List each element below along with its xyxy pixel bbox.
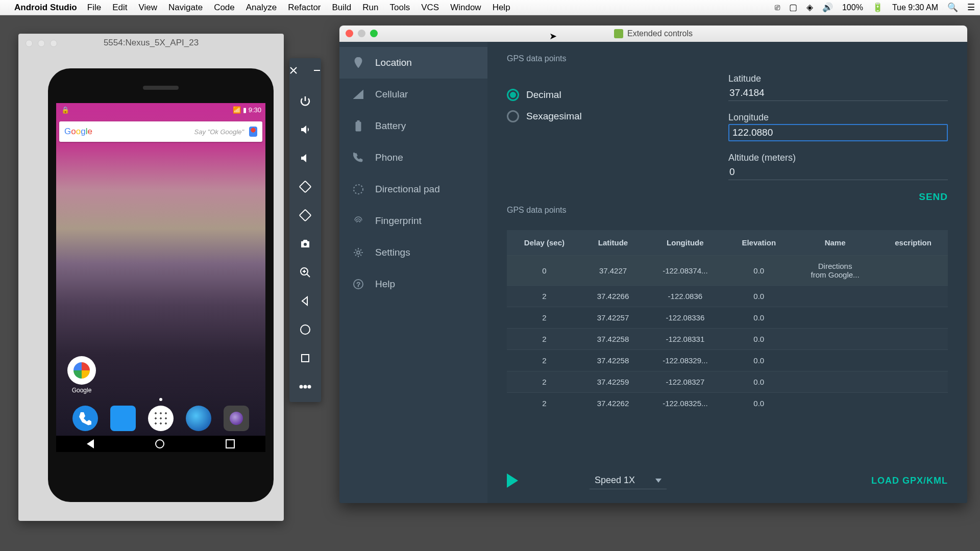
menu-list-icon[interactable]: ☰	[967, 2, 975, 13]
menu-help[interactable]: Help	[493, 3, 510, 13]
table-row[interactable]: 237.42262-122.08325...0.0	[507, 393, 948, 414]
radio-sexagesimal[interactable]: Sexagesimal	[507, 110, 582, 122]
table-row[interactable]: 237.42257-122.083360.0	[507, 307, 948, 329]
col-latitude[interactable]: Latitude	[582, 230, 644, 256]
airplay-icon[interactable]: ▢	[789, 2, 797, 13]
table-cell: -122.08325...	[644, 393, 726, 414]
sidebar-item-cellular[interactable]: Cellular	[339, 79, 487, 110]
menu-run[interactable]: Run	[362, 3, 378, 13]
load-gpx-button[interactable]: LOAD GPX/KML	[871, 475, 948, 486]
sidebar-item-settings[interactable]: Settings	[339, 237, 487, 268]
col-elevation[interactable]: Elevation	[726, 230, 792, 256]
power-icon[interactable]	[298, 94, 312, 108]
table-row[interactable]: 237.42259-122.083270.0	[507, 371, 948, 393]
table-cell	[878, 256, 948, 286]
table-row[interactable]: 237.42258-122.08329...0.0	[507, 350, 948, 371]
location-pin-icon	[353, 57, 364, 68]
menu-edit[interactable]: Edit	[112, 3, 127, 13]
send-button[interactable]: SEND	[919, 191, 948, 203]
menu-view[interactable]: View	[138, 3, 157, 13]
table-cell	[792, 350, 878, 371]
altitude-input[interactable]	[728, 164, 948, 180]
longitude-label: Longitude	[728, 112, 948, 123]
screencast-icon[interactable]: ⎚	[775, 3, 780, 13]
radio-icon	[507, 110, 519, 122]
nav-back-icon[interactable]	[87, 439, 94, 448]
zoom-icon[interactable]	[298, 265, 312, 280]
volume-icon[interactable]: 🔊	[822, 2, 833, 13]
cellular-icon	[353, 89, 364, 100]
table-cell: 0.0	[726, 286, 792, 307]
app-name[interactable]: Android Studio	[14, 3, 77, 13]
menu-vcs[interactable]: VCS	[421, 3, 439, 13]
col-delay[interactable]: Delay (sec)	[507, 230, 582, 256]
table-cell: 0.0	[726, 329, 792, 350]
window-traffic-lights[interactable]	[346, 30, 378, 37]
table-cell: 0.0	[726, 393, 792, 414]
menu-refactor[interactable]: Refactor	[288, 3, 321, 13]
col-description[interactable]: escription	[878, 230, 948, 256]
phone-app-icon[interactable]	[72, 406, 98, 431]
menu-file[interactable]: File	[87, 3, 101, 13]
window-traffic-lights[interactable]	[26, 40, 57, 47]
spotlight-icon[interactable]: 🔍	[947, 2, 958, 13]
rotate-left-icon[interactable]	[298, 180, 312, 194]
google-search-bar[interactable]: Google Say "Ok Google"	[59, 121, 262, 142]
sidebar-item-fingerprint[interactable]: Fingerprint	[339, 205, 487, 237]
wifi-icon[interactable]: ◈	[806, 2, 813, 13]
minimize-icon[interactable]	[310, 63, 324, 78]
menu-tools[interactable]: Tools	[390, 3, 410, 13]
table-row[interactable]: 237.42266-122.08360.0	[507, 286, 948, 307]
menu-navigate[interactable]: Navigate	[168, 3, 203, 13]
svg-point-8	[308, 386, 311, 388]
google-folder-label: Google	[67, 387, 96, 394]
battery-icon[interactable]: 🔋	[872, 2, 883, 13]
nav-recents-icon[interactable]	[226, 439, 235, 448]
table-cell	[792, 286, 878, 307]
latitude-input[interactable]	[728, 85, 948, 101]
volume-down-icon[interactable]	[298, 151, 312, 165]
mic-icon[interactable]	[249, 127, 257, 137]
menu-code[interactable]: Code	[214, 3, 235, 13]
table-row[interactable]: 037.4227-122.08374...0.0Directions from …	[507, 256, 948, 286]
nav-home-icon[interactable]	[155, 439, 164, 448]
overview-icon[interactable]	[298, 351, 312, 365]
speed-select[interactable]: Speed 1X	[590, 472, 667, 489]
back-icon[interactable]	[298, 294, 312, 308]
camera-app-icon[interactable]	[224, 406, 249, 431]
device-screen[interactable]: 🔒 📶 ▮ 9:30 Google Say "Ok Google" Google	[56, 103, 265, 452]
menu-window[interactable]: Window	[450, 3, 481, 13]
screenshot-icon[interactable]	[298, 237, 312, 251]
col-name[interactable]: Name	[792, 230, 878, 256]
play-button[interactable]	[507, 473, 518, 488]
emulator-titlebar[interactable]: 5554:Nexus_5X_API_23	[18, 34, 284, 52]
radio-decimal[interactable]: Decimal	[507, 89, 582, 101]
sidebar-item-phone[interactable]: Phone	[339, 142, 487, 173]
volume-up-icon[interactable]	[298, 122, 312, 137]
sidebar-item-help[interactable]: ?Help	[339, 268, 487, 300]
menu-analyze[interactable]: Analyze	[246, 3, 277, 13]
altitude-label: Altitude (meters)	[728, 153, 948, 163]
extended-controls-titlebar[interactable]: Extended controls	[339, 26, 967, 42]
home-icon[interactable]	[298, 322, 312, 337]
svg-point-6	[300, 386, 303, 388]
sidebar-item-dpad[interactable]: Directional pad	[339, 173, 487, 205]
sidebar-item-location[interactable]: Location	[339, 47, 487, 79]
messages-app-icon[interactable]	[110, 406, 136, 431]
table-cell: -122.08336	[644, 307, 726, 329]
menu-build[interactable]: Build	[332, 3, 352, 13]
col-longitude[interactable]: Longitude	[644, 230, 726, 256]
longitude-input[interactable]	[728, 124, 948, 141]
table-row[interactable]: 237.42258-122.083310.0	[507, 329, 948, 350]
rotate-right-icon[interactable]	[298, 208, 312, 222]
close-icon[interactable]	[286, 63, 301, 78]
browser-app-icon[interactable]	[186, 406, 211, 431]
table-cell: 2	[507, 393, 582, 414]
google-folder-icon[interactable]	[67, 356, 96, 385]
more-icon[interactable]	[298, 380, 312, 394]
device-speaker	[143, 86, 179, 90]
table-cell: -122.08327	[644, 371, 726, 393]
menubar-clock[interactable]: Tue 9:30 AM	[892, 3, 938, 12]
app-drawer-icon[interactable]	[148, 406, 174, 431]
sidebar-item-battery[interactable]: Battery	[339, 110, 487, 142]
